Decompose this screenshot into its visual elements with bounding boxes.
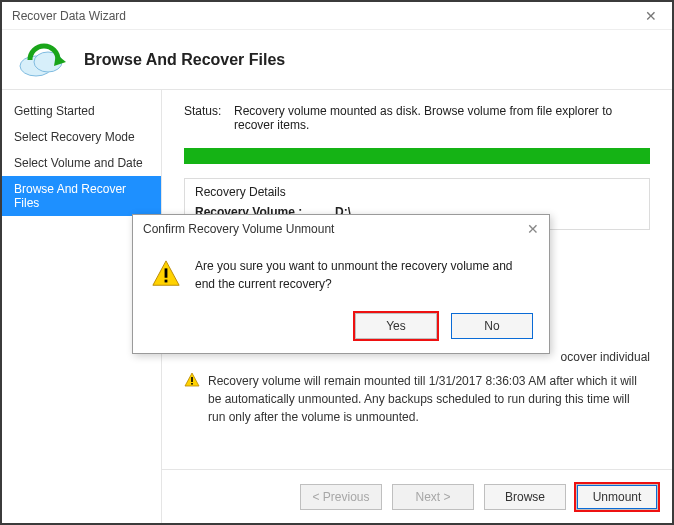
unmount-button[interactable]: Unmount <box>576 484 658 510</box>
previous-button: < Previous <box>300 484 382 510</box>
dialog-message: Are you sure you want to unmount the rec… <box>195 257 531 293</box>
svg-rect-7 <box>165 268 168 277</box>
dialog-footer: Yes No <box>133 301 549 353</box>
footer-buttons: < Previous Next > Browse Unmount <box>162 469 672 523</box>
sidebar-item-select-recovery-mode[interactable]: Select Recovery Mode <box>2 124 161 150</box>
sidebar-item-getting-started[interactable]: Getting Started <box>2 98 161 124</box>
status-text: Recovery volume mounted as disk. Browse … <box>234 104 650 132</box>
sidebar-item-browse-and-recover-files[interactable]: Browse And Recover Files <box>2 176 161 216</box>
warning-icon <box>184 372 200 388</box>
svg-rect-8 <box>165 280 168 283</box>
dialog-title: Confirm Recovery Volume Unmount <box>143 222 527 236</box>
page-title: Browse And Recover Files <box>84 51 285 69</box>
status-row: Status: Recovery volume mounted as disk.… <box>184 104 650 132</box>
browse-button[interactable]: Browse <box>484 484 566 510</box>
svg-rect-5 <box>191 383 193 385</box>
confirm-unmount-dialog: Confirm Recovery Volume Unmount ✕ Are yo… <box>132 214 550 354</box>
warning-block: Recovery volume will remain mounted till… <box>184 372 650 426</box>
yes-button[interactable]: Yes <box>355 313 437 339</box>
status-label: Status: <box>184 104 234 132</box>
next-button: Next > <box>392 484 474 510</box>
hint-text-partial: ocover individual <box>561 350 650 364</box>
warning-text: Recovery volume will remain mounted till… <box>208 372 650 426</box>
window-title: Recover Data Wizard <box>8 9 636 23</box>
svg-rect-4 <box>191 377 193 382</box>
titlebar: Recover Data Wizard ✕ <box>2 2 672 30</box>
header: Browse And Recover Files <box>2 30 672 90</box>
warning-icon <box>151 259 181 293</box>
no-button[interactable]: No <box>451 313 533 339</box>
close-icon[interactable]: ✕ <box>636 8 666 24</box>
progress-bar <box>184 148 650 164</box>
wizard-window: Recover Data Wizard ✕ Browse And Recover… <box>0 0 674 525</box>
cloud-recover-icon <box>16 40 70 80</box>
dialog-titlebar: Confirm Recovery Volume Unmount ✕ <box>133 215 549 243</box>
dialog-body: Are you sure you want to unmount the rec… <box>133 243 549 301</box>
sidebar-item-select-volume-and-date[interactable]: Select Volume and Date <box>2 150 161 176</box>
recovery-details-title: Recovery Details <box>195 185 639 199</box>
dialog-close-icon[interactable]: ✕ <box>527 221 539 237</box>
